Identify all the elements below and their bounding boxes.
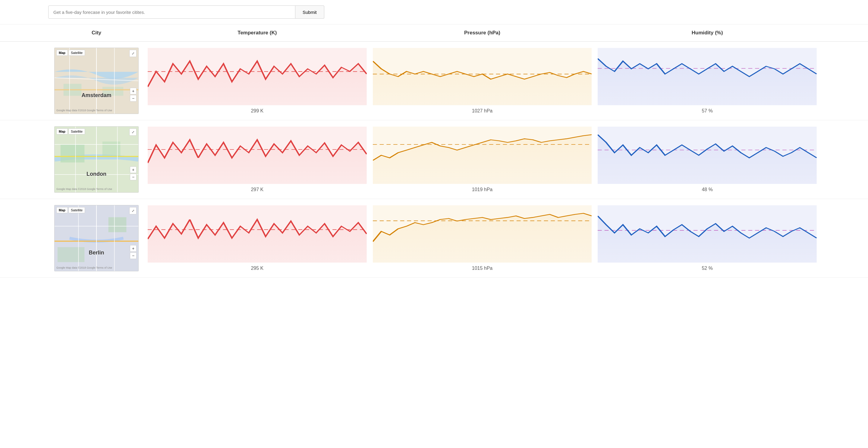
temperature-chart-cell: 299 K [145, 48, 370, 114]
map-view-button[interactable]: Map [56, 207, 68, 213]
temperature-value: 299 K [251, 108, 264, 114]
google-logo: Google Map data ©2018 Google Terms of Us… [56, 187, 112, 190]
pressure-value: 1027 hPa [472, 108, 493, 114]
humidity-value: 48 % [702, 187, 712, 192]
search-input[interactable] [48, 5, 296, 19]
satellite-view-button[interactable]: Satellite [68, 50, 85, 56]
temperature-column-header: Temperature (K) [145, 30, 370, 36]
humidity-value: 57 % [702, 108, 712, 114]
temperature-chart-cell: 297 K [145, 127, 370, 192]
humidity-chart-cell: 48 % [595, 127, 820, 192]
map-city-label: Amsterdam [82, 92, 111, 98]
humidity-chart-cell: 57 % [595, 48, 820, 114]
pressure-chart [373, 127, 592, 184]
humidity-chart [598, 48, 817, 105]
table-row: Map Satellite ⤢ Berlin + − Google Map da… [0, 199, 868, 278]
city-rows-container: Map Satellite ⤢ Amsterdam + − Google Map… [0, 41, 868, 278]
pressure-chart [373, 48, 592, 105]
svg-rect-30 [58, 247, 84, 262]
map-city-label: London [87, 171, 106, 177]
pressure-value: 1019 hPa [472, 187, 493, 192]
map-berlin: Map Satellite ⤢ Berlin + − Google Map da… [54, 205, 138, 271]
map-zoom-controls: + − [130, 167, 136, 180]
humidity-column-header: Humidity (%) [595, 30, 820, 36]
map-cell: Map Satellite ⤢ Amsterdam + − Google Map… [48, 48, 145, 114]
map-controls: Map Satellite [56, 207, 85, 213]
map-view-button[interactable]: Map [56, 50, 68, 56]
satellite-view-button[interactable]: Satellite [68, 128, 85, 135]
svg-rect-15 [61, 144, 84, 162]
top-bar: Submit [0, 0, 868, 24]
svg-rect-16 [102, 141, 121, 156]
zoom-out-button[interactable]: − [130, 252, 136, 259]
pressure-chart [373, 205, 592, 263]
map-cell: Map Satellite ⤢ London + − Google Map da… [48, 126, 145, 192]
map-zoom-controls: + − [130, 245, 136, 259]
humidity-chart [598, 127, 817, 184]
table-row: Map Satellite ⤢ Amsterdam + − Google Map… [0, 41, 868, 120]
map-controls: Map Satellite [56, 50, 85, 56]
map-zoom-controls: + − [130, 88, 136, 101]
table-row: Map Satellite ⤢ London + − Google Map da… [0, 120, 868, 199]
map-controls: Map Satellite [56, 128, 85, 135]
temperature-chart [148, 127, 367, 184]
humidity-chart-cell: 52 % [595, 205, 820, 271]
temperature-chart-cell: 295 K [145, 205, 370, 271]
satellite-view-button[interactable]: Satellite [68, 207, 85, 213]
submit-button[interactable]: Submit [296, 5, 324, 19]
temperature-chart [148, 48, 367, 105]
map-view-button[interactable]: Map [56, 128, 68, 135]
pressure-column-header: Pressure (hPa) [370, 30, 595, 36]
map-amsterdam: Map Satellite ⤢ Amsterdam + − Google Map… [54, 48, 138, 114]
pressure-chart-cell: 1015 hPa [370, 205, 595, 271]
humidity-value: 52 % [702, 266, 712, 271]
zoom-in-button[interactable]: + [130, 88, 136, 94]
map-expand-button[interactable]: ⤢ [129, 128, 136, 136]
pressure-chart-cell: 1019 hPa [370, 127, 595, 192]
pressure-value: 1015 hPa [472, 266, 493, 271]
google-logo: Google Map data ©2018 Google Terms of Us… [56, 266, 112, 269]
pressure-chart-cell: 1027 hPa [370, 48, 595, 114]
zoom-in-button[interactable]: + [130, 245, 136, 252]
map-expand-button[interactable]: ⤢ [129, 207, 136, 214]
zoom-in-button[interactable]: + [130, 167, 136, 173]
map-expand-button[interactable]: ⤢ [129, 50, 136, 57]
zoom-out-button[interactable]: − [130, 95, 136, 101]
map-city-label: Berlin [89, 250, 104, 256]
humidity-chart [598, 205, 817, 263]
zoom-out-button[interactable]: − [130, 174, 136, 180]
table-header: City Temperature (K) Pressure (hPa) Humi… [0, 24, 868, 41]
map-cell: Map Satellite ⤢ Berlin + − Google Map da… [48, 205, 145, 271]
svg-rect-31 [108, 217, 127, 233]
map-london: Map Satellite ⤢ London + − Google Map da… [54, 126, 138, 192]
city-column-header: City [48, 30, 145, 36]
temperature-value: 295 K [251, 266, 264, 271]
temperature-value: 297 K [251, 187, 264, 192]
google-logo: Google Map data ©2018 Google Terms of Us… [56, 109, 112, 112]
temperature-chart [148, 205, 367, 263]
